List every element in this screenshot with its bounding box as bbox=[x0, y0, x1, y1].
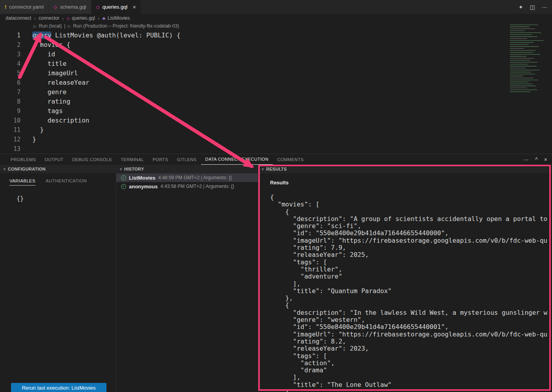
results-title: RESULTS bbox=[266, 167, 287, 171]
minimap-line bbox=[510, 54, 541, 55]
sparkle-icon[interactable]: ✦ bbox=[518, 4, 523, 10]
code-line: 4 title bbox=[0, 59, 181, 69]
code-text: movies { bbox=[21, 40, 70, 50]
close-icon[interactable]: × bbox=[132, 4, 136, 10]
more-icon[interactable]: ⋯ bbox=[542, 4, 547, 10]
results-label: Results bbox=[270, 180, 552, 186]
line-number: 10 bbox=[0, 116, 21, 125]
minimap-line bbox=[510, 28, 535, 29]
minimap-line bbox=[510, 78, 533, 78]
tab-label: queries.gql bbox=[103, 4, 128, 10]
code-text: releaseYear bbox=[21, 78, 90, 87]
history-name: ListMovies bbox=[129, 175, 155, 181]
close-icon[interactable]: × bbox=[544, 156, 547, 163]
graphql-icon: ◇ bbox=[67, 16, 70, 21]
line-number: 5 bbox=[0, 69, 21, 78]
code-text: title bbox=[21, 59, 67, 69]
minimap-line bbox=[510, 70, 540, 71]
code-line: 5 imageUrl bbox=[0, 69, 181, 78]
code-line: 9 tags bbox=[0, 106, 181, 116]
variables-value[interactable]: {} bbox=[17, 195, 116, 202]
line-number: 13 bbox=[0, 144, 21, 154]
minimap[interactable] bbox=[506, 22, 551, 99]
chevron-up-icon[interactable]: ^ bbox=[535, 156, 538, 163]
editor-tab-schema.gql[interactable]: ◇schema.gql bbox=[49, 0, 91, 14]
panel-tab-bar: PROBLEMSOUTPUTDEBUG CONSOLETERMINALPORTS… bbox=[0, 154, 552, 165]
results-header[interactable]: ∨ RESULTS bbox=[258, 165, 552, 173]
breadcrumb-label: ListMovies bbox=[108, 15, 130, 21]
breadcrumb-label: queries.gql bbox=[72, 15, 95, 21]
editor-tab-queries.gql[interactable]: ◇queries.gql× bbox=[91, 0, 142, 14]
line-number: 1 bbox=[0, 31, 21, 40]
history-row[interactable]: ✓ListMovies4:48:59 PM GMT+2 | Arguments:… bbox=[116, 173, 258, 182]
minimap-line bbox=[510, 85, 536, 86]
line-number: 4 bbox=[0, 59, 21, 69]
breadcrumb-item-ListMovies[interactable]: ◈ListMovies bbox=[102, 15, 130, 21]
code-line: 12} bbox=[0, 135, 181, 144]
graphql-icon: ◇ bbox=[96, 5, 100, 9]
minimap-line bbox=[510, 58, 534, 59]
results-section: ∨ RESULTS Results { "movies": [ { "descr… bbox=[258, 165, 552, 392]
history-list: ✓ListMovies4:48:59 PM GMT+2 | Arguments:… bbox=[116, 173, 258, 191]
panel-tab-ports[interactable]: PORTS bbox=[148, 154, 173, 165]
more-icon[interactable]: ⋯ bbox=[523, 156, 529, 163]
panel-tab-comments[interactable]: COMMENTS bbox=[273, 154, 308, 165]
breadcrumb-item-queries.gql[interactable]: ◇queries.gql bbox=[67, 15, 95, 21]
tab-label: schema.gql bbox=[60, 4, 86, 10]
minimap-line bbox=[510, 66, 537, 67]
results-json: { "movies": [ { "description": "A group … bbox=[270, 194, 552, 392]
breadcrumb: dataconnect›connector›◇queries.gql›◈List… bbox=[0, 14, 552, 22]
editor-tabs: !connector.yaml◇schema.gql◇queries.gql× bbox=[0, 0, 141, 14]
history-header[interactable]: ∨ HISTORY bbox=[116, 165, 258, 173]
editor-tab-actions: ✦◫⋯ bbox=[518, 0, 547, 14]
history-name: anonymous bbox=[129, 184, 158, 189]
chevron-down-icon: ∨ bbox=[261, 167, 264, 171]
breadcrumb-label: connector bbox=[39, 15, 60, 21]
panel-tab-terminal[interactable]: TERMINAL bbox=[116, 154, 148, 165]
code-line: 2 movies { bbox=[0, 40, 181, 50]
chevron-down-icon: ∨ bbox=[119, 167, 122, 171]
minimap-line bbox=[510, 68, 526, 69]
panel-tab-debug-console[interactable]: DEBUG CONSOLE bbox=[68, 154, 116, 165]
code-lines: 1query ListMovies @auth(level: PUBLIC) {… bbox=[0, 31, 181, 154]
code-line: 10 description bbox=[0, 116, 181, 125]
editor-tab-bar: !connector.yaml◇schema.gql◇queries.gql× … bbox=[0, 0, 552, 14]
minimap-line bbox=[510, 24, 538, 25]
minimap-line bbox=[510, 38, 527, 39]
configuration-title: CONFIGURATION bbox=[8, 167, 46, 171]
symbol-query-icon: ◈ bbox=[102, 16, 105, 21]
breadcrumb-item-dataconnect[interactable]: dataconnect bbox=[6, 15, 31, 21]
code-editor[interactable]: ▷ Run (local) | ▷ Run (Production – Proj… bbox=[0, 22, 552, 154]
run-production-link[interactable]: Run (Production – Project: friendly-flix… bbox=[73, 23, 179, 29]
minimap-line bbox=[510, 76, 523, 76]
minimap-line bbox=[510, 72, 531, 72]
minimap-line bbox=[510, 62, 537, 63]
line-number: 11 bbox=[0, 125, 21, 135]
panel-tab-problems[interactable]: PROBLEMS bbox=[6, 154, 40, 165]
split-editor-icon[interactable]: ◫ bbox=[530, 4, 535, 10]
minimap-line bbox=[510, 44, 529, 45]
run-local-link[interactable]: Run (local) bbox=[39, 23, 62, 29]
code-text: id bbox=[21, 50, 55, 59]
rerun-button[interactable]: Rerun last execution: ListMovies bbox=[11, 383, 106, 392]
editor-tab-connector.yaml[interactable]: !connector.yaml bbox=[0, 0, 49, 14]
warning-file-icon: ! bbox=[5, 4, 6, 9]
history-row[interactable]: ✓anonymous4:43:58 PM GMT+2 | Arguments: … bbox=[116, 182, 258, 191]
minimap-line bbox=[510, 48, 524, 49]
breadcrumb-item-connector[interactable]: connector bbox=[39, 15, 60, 21]
panel-tab-output[interactable]: OUTPUT bbox=[40, 154, 68, 165]
code-text: description bbox=[21, 116, 90, 125]
config-tab-variables[interactable]: VARIABLES bbox=[9, 178, 35, 186]
minimap-line bbox=[510, 34, 532, 35]
config-tab-authentication[interactable]: AUTHENTICATION bbox=[46, 178, 87, 186]
panel-tab-gitlens[interactable]: GITLENS bbox=[173, 154, 201, 165]
code-text: } bbox=[21, 125, 44, 135]
minimap-line bbox=[510, 80, 538, 80]
minimap-line bbox=[510, 84, 533, 84]
minimap-line bbox=[510, 52, 533, 53]
history-meta: 4:48:59 PM GMT+2 | Arguments: {} bbox=[158, 175, 232, 180]
configuration-header[interactable]: ∨ CONFIGURATION bbox=[0, 165, 116, 173]
vscode-window: !connector.yaml◇schema.gql◇queries.gql× … bbox=[0, 0, 552, 392]
code-line: 3 id bbox=[0, 50, 181, 59]
panel-tab-data-connect-execution[interactable]: DATA CONNECT EXECUTION bbox=[201, 154, 273, 165]
